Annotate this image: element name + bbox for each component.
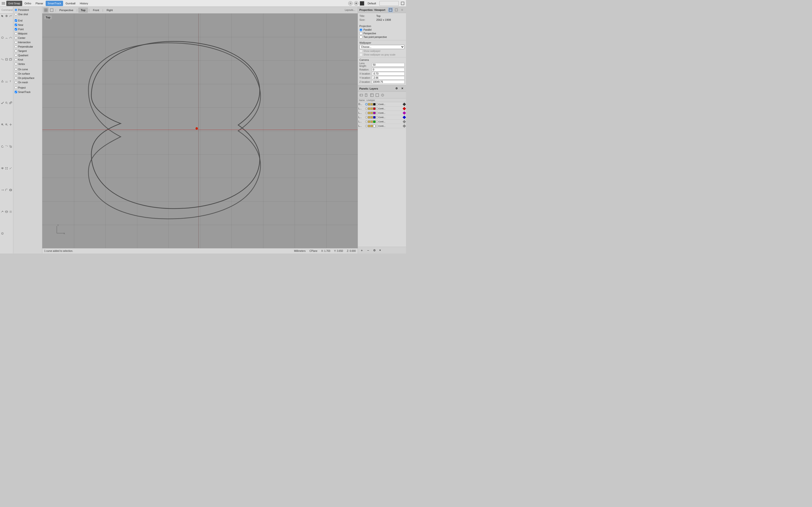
layers-chevron-btn[interactable]: ▾ xyxy=(378,248,382,252)
snap-vertex[interactable]: Vertex xyxy=(15,62,41,66)
cam-yloc-input[interactable] xyxy=(372,76,405,80)
tool-grid[interactable] xyxy=(9,210,12,214)
vp-tab-right[interactable]: Right xyxy=(104,7,115,13)
layer-color-4[interactable] xyxy=(373,120,375,123)
layer-row-0[interactable]: D... Conti... xyxy=(358,102,406,107)
stop-button[interactable] xyxy=(354,1,358,6)
snap-midpoint-checkbox[interactable] xyxy=(15,32,17,35)
snap-knot-checkbox[interactable] xyxy=(15,58,17,61)
tool-check[interactable] xyxy=(0,101,4,105)
layers-add-btn[interactable]: + xyxy=(359,248,364,253)
menu-smarttrack[interactable]: SmartTrack xyxy=(46,1,63,6)
tool-curve[interactable] xyxy=(9,36,12,40)
snap-near[interactable]: Near xyxy=(15,23,41,27)
tool-scale[interactable] xyxy=(9,145,12,149)
record-button[interactable] xyxy=(348,1,353,6)
tool-properties[interactable]: i xyxy=(0,231,4,235)
tool-point[interactable] xyxy=(5,14,8,18)
snap-quadrant[interactable]: Quadrant xyxy=(15,53,41,57)
layers-gear-btn[interactable]: ⚙ xyxy=(372,248,377,253)
snap-onsurface-checkbox[interactable] xyxy=(15,72,17,75)
layers-icon-1[interactable] xyxy=(359,93,364,98)
layers-settings-icon[interactable]: ⚙ xyxy=(394,86,399,91)
layer-color-5[interactable] xyxy=(373,125,375,127)
snap-intersection-checkbox[interactable] xyxy=(15,41,17,44)
vp-tab-front[interactable]: Front xyxy=(90,7,101,13)
menu-grid-snap[interactable]: Grid Snap xyxy=(6,1,22,6)
snap-onmesh-checkbox[interactable] xyxy=(15,81,17,83)
layer-row-5[interactable]: L... Conti... xyxy=(358,124,406,128)
vp-tab-perspective[interactable]: Perspective xyxy=(57,7,75,13)
snap-oneshot-radio[interactable] xyxy=(15,13,17,15)
tool-mirror[interactable] xyxy=(0,166,4,170)
snap-point-checkbox[interactable] xyxy=(15,28,17,31)
tool-trim[interactable] xyxy=(9,166,12,170)
snap-quadrant-checkbox[interactable] xyxy=(15,54,17,56)
proj-two-point-radio[interactable] xyxy=(359,36,362,39)
snap-persistent-radio[interactable] xyxy=(15,9,17,11)
layers-remove-btn[interactable]: − xyxy=(366,248,370,253)
wallpaper-show-option[interactable]: Show wallpaper xyxy=(359,50,405,53)
tool-mesh[interactable] xyxy=(0,79,4,83)
snap-oncurve[interactable]: On curve xyxy=(15,67,41,71)
snap-center[interactable]: Center xyxy=(15,36,41,40)
layer-row-3[interactable]: L... Conti... xyxy=(358,115,406,119)
snap-smarttrack[interactable]: SmartTrack xyxy=(15,90,41,94)
menu-planar[interactable]: Planar xyxy=(34,1,45,6)
snap-midpoint[interactable]: Midpoint xyxy=(15,32,41,36)
snap-near-checkbox[interactable] xyxy=(15,24,17,26)
proj-perspective-radio[interactable] xyxy=(359,32,362,35)
tool-move[interactable] xyxy=(5,145,8,149)
tool-dimension[interactable] xyxy=(5,79,8,83)
tool-layer[interactable] xyxy=(5,210,8,214)
tool-freeform[interactable] xyxy=(0,57,4,61)
snap-end-checkbox[interactable] xyxy=(15,19,17,22)
wallpaper-grayscale-checkbox[interactable] xyxy=(359,53,362,56)
tool-join[interactable] xyxy=(0,210,4,214)
snap-oncurve-checkbox[interactable] xyxy=(15,68,17,70)
proj-perspective[interactable]: Perspective xyxy=(359,32,405,35)
cam-lens-input[interactable] xyxy=(372,63,405,67)
snap-knot[interactable]: Knot xyxy=(15,57,41,62)
snap-tangent-checkbox[interactable] xyxy=(15,50,17,52)
proj-two-point[interactable]: Two point perspective xyxy=(359,36,405,39)
layers-close-icon[interactable]: ✕ xyxy=(400,86,405,91)
layer-color-swatch[interactable] xyxy=(373,103,375,106)
color-swatch[interactable] xyxy=(360,1,364,6)
snap-onpolysurface-checkbox[interactable] xyxy=(15,77,17,79)
cam-xloc-input[interactable] xyxy=(372,72,405,75)
layer-color-1[interactable] xyxy=(373,107,375,110)
hamburger-menu[interactable] xyxy=(1,1,6,6)
tool-select[interactable] xyxy=(0,14,4,18)
wallpaper-show-checkbox[interactable] xyxy=(359,50,362,53)
layer-color-2[interactable] xyxy=(373,112,375,114)
tool-transform[interactable] xyxy=(9,101,12,105)
tool-surface[interactable] xyxy=(5,57,8,61)
default-dropdown[interactable] xyxy=(379,1,399,6)
layer-row-1[interactable]: L... Conti... xyxy=(358,107,406,111)
proj-parallel-radio[interactable] xyxy=(359,28,362,32)
tool-arc[interactable] xyxy=(5,36,8,40)
tool-fillet[interactable] xyxy=(5,188,8,192)
menu-gumball[interactable]: Gumball xyxy=(63,1,77,6)
layers-icon-5[interactable]: ? xyxy=(380,93,385,98)
vp-icon-single[interactable] xyxy=(49,7,54,13)
menu-history[interactable]: History xyxy=(78,1,90,6)
tool-pan[interactable] xyxy=(9,123,12,126)
vp-tab-top[interactable]: Top xyxy=(78,7,88,13)
viewport-canvas[interactable]: Top xyxy=(42,13,358,248)
cam-rotation-input[interactable] xyxy=(372,68,405,71)
tool-text[interactable]: T xyxy=(9,79,12,83)
snap-oneshot[interactable]: One shot xyxy=(15,12,41,16)
layer-color-3[interactable] xyxy=(373,116,375,119)
wallpaper-select[interactable]: Choose... xyxy=(359,45,405,49)
layers-icon-3[interactable] xyxy=(369,93,374,98)
cam-zloc-input[interactable] xyxy=(372,80,405,84)
layer-row-4[interactable]: L... Conti... xyxy=(358,119,406,124)
viewport-icon[interactable] xyxy=(388,7,393,12)
tool-solid[interactable] xyxy=(9,57,12,61)
snap-perpendicular[interactable]: Perpendicular xyxy=(15,44,41,49)
snap-end[interactable]: End xyxy=(15,18,41,23)
layers-icon-4[interactable] xyxy=(375,93,379,98)
tool-extend[interactable] xyxy=(0,188,4,192)
